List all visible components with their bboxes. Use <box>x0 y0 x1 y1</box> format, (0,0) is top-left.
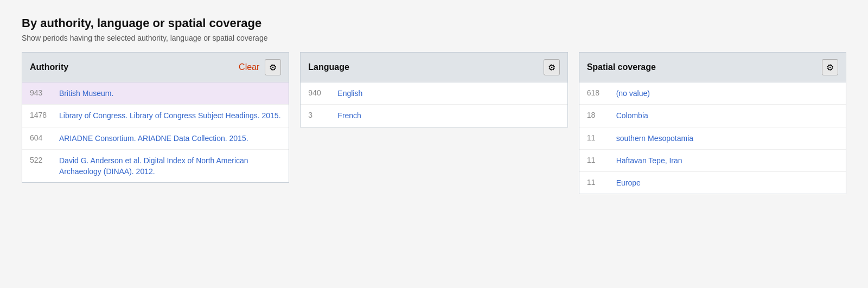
list-item[interactable]: 18 Colombia <box>579 105 846 127</box>
language-title: Language <box>308 62 349 72</box>
item-label[interactable]: Europe <box>616 177 641 188</box>
item-label[interactable]: Library of Congress. Library of Congress… <box>59 110 281 121</box>
item-label[interactable]: David G. Anderson et al. Digital Index o… <box>59 155 281 177</box>
list-item[interactable]: 11 southern Mesopotamia <box>579 127 846 150</box>
authority-clear-button[interactable]: Clear <box>239 62 259 72</box>
item-count: 3 <box>308 110 329 119</box>
item-count: 11 <box>587 177 608 187</box>
item-count: 943 <box>30 88 50 97</box>
authority-gear-button[interactable]: ⚙ <box>265 59 281 75</box>
list-item[interactable]: 11 Europe <box>579 172 846 194</box>
item-label[interactable]: Colombia <box>616 110 648 121</box>
authority-gear-icon: ⚙ <box>269 62 277 73</box>
item-label[interactable]: southern Mesopotamia <box>616 133 693 144</box>
columns-container: Authority Clear ⚙ 943 British Museum. 14… <box>22 52 846 194</box>
item-count: 604 <box>30 133 50 142</box>
language-list: 940 English 3 French <box>301 82 567 127</box>
language-header-actions: ⚙ <box>544 59 560 75</box>
spatial-coverage-gear-button[interactable]: ⚙ <box>822 59 838 75</box>
language-column: Language ⚙ 940 English 3 French <box>300 52 567 127</box>
list-item[interactable]: 618 (no value) <box>579 82 846 105</box>
item-label[interactable]: (no value) <box>616 88 650 99</box>
spatial-coverage-column: Spatial coverage ⚙ 618 (no value) 18 Col… <box>579 52 846 194</box>
language-gear-button[interactable]: ⚙ <box>544 59 560 75</box>
spatial-coverage-title: Spatial coverage <box>587 62 656 72</box>
item-count: 1478 <box>30 110 50 119</box>
item-label[interactable]: ARIADNE Consortium. ARIADNE Data Collect… <box>59 133 248 144</box>
page-title: By authority, language or spatial covera… <box>22 16 846 30</box>
item-label[interactable]: Haftavan Tepe, Iran <box>616 155 682 166</box>
page-container: By authority, language or spatial covera… <box>22 16 846 194</box>
item-label[interactable]: British Museum. <box>59 88 113 99</box>
list-item[interactable]: 3 French <box>301 105 567 126</box>
item-count: 940 <box>308 88 329 97</box>
item-count: 522 <box>30 155 50 164</box>
list-item[interactable]: 604 ARIADNE Consortium. ARIADNE Data Col… <box>22 127 289 150</box>
authority-header: Authority Clear ⚙ <box>22 53 289 82</box>
authority-column: Authority Clear ⚙ 943 British Museum. 14… <box>22 52 289 183</box>
item-label[interactable]: English <box>337 88 362 99</box>
list-item[interactable]: 522 David G. Anderson et al. Digital Ind… <box>22 150 289 183</box>
item-count: 18 <box>587 110 608 119</box>
authority-header-actions: Clear ⚙ <box>239 59 281 75</box>
spatial-coverage-gear-icon: ⚙ <box>826 62 834 73</box>
list-item[interactable]: 11 Haftavan Tepe, Iran <box>579 150 846 172</box>
item-label[interactable]: French <box>337 110 361 121</box>
language-gear-icon: ⚙ <box>548 62 556 73</box>
page-subtitle: Show periods having the selected authori… <box>22 34 846 42</box>
item-count: 618 <box>587 88 608 97</box>
language-header: Language ⚙ <box>301 53 567 82</box>
spatial-coverage-list: 618 (no value) 18 Colombia 11 southern M… <box>579 82 846 194</box>
item-count: 11 <box>587 133 608 142</box>
list-item[interactable]: 943 British Museum. <box>22 82 289 105</box>
spatial-coverage-header-actions: ⚙ <box>822 59 838 75</box>
item-count: 11 <box>587 155 608 164</box>
list-item[interactable]: 1478 Library of Congress. Library of Con… <box>22 105 289 127</box>
spatial-coverage-header: Spatial coverage ⚙ <box>579 53 846 82</box>
authority-title: Authority <box>30 62 68 72</box>
list-item[interactable]: 940 English <box>301 82 567 105</box>
authority-list: 943 British Museum. 1478 Library of Cong… <box>22 82 289 182</box>
